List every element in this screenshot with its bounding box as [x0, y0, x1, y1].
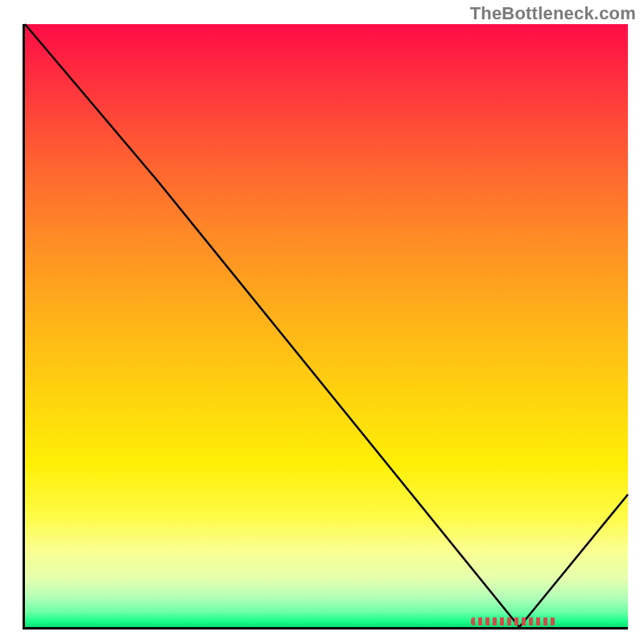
bottleneck-curve [25, 24, 628, 627]
attribution-text: TheBottleneck.com [470, 3, 636, 24]
plot-area [23, 24, 628, 630]
recommended-range-marker [471, 617, 555, 625]
curve-path [25, 24, 628, 627]
chart-container: TheBottleneck.com [0, 0, 644, 644]
